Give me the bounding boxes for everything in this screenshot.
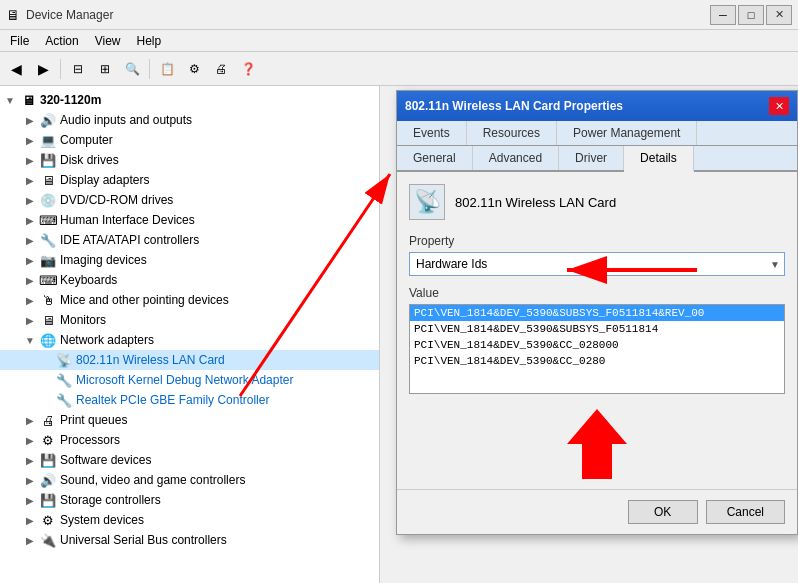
properties-dialog: 802.11n Wireless LAN Card Properties ✕ E… xyxy=(396,90,798,535)
device-name-label: 802.11n Wireless LAN Card xyxy=(455,195,616,210)
value-item-0[interactable]: PCI\VEN_1814&DEV_5390&SUBSYS_F0511814&RE… xyxy=(410,305,784,321)
tab-power[interactable]: Power Management xyxy=(557,121,697,145)
value-label: Value xyxy=(409,286,785,300)
collapse-button[interactable]: ⊟ xyxy=(66,57,90,81)
svg-marker-4 xyxy=(567,409,627,479)
expand-button[interactable]: ⊞ xyxy=(93,57,117,81)
device-header: 📡 802.11n Wireless LAN Card xyxy=(409,184,785,220)
menu-view[interactable]: View xyxy=(89,32,127,50)
dialog-tabs-row2: General Advanced Driver Details xyxy=(397,146,797,172)
tab-general[interactable]: General xyxy=(397,146,473,170)
print-button[interactable]: 🖨 xyxy=(209,57,233,81)
minimize-button[interactable]: ─ xyxy=(710,5,736,25)
up-arrow-annotation xyxy=(409,404,785,484)
menu-file[interactable]: File xyxy=(4,32,35,50)
help-button[interactable]: ❓ xyxy=(236,57,260,81)
cancel-button[interactable]: Cancel xyxy=(706,500,785,524)
forward-button[interactable]: ▶ xyxy=(31,57,55,81)
maximize-button[interactable]: □ xyxy=(738,5,764,25)
value-item-2[interactable]: PCI\VEN_1814&DEV_5390&CC_028000 xyxy=(410,337,784,353)
menu-bar: File Action View Help xyxy=(0,30,798,52)
dialog-tabs-row1: Events Resources Power Management xyxy=(397,121,797,146)
device-icon: 📡 xyxy=(409,184,445,220)
dialog-titlebar: 802.11n Wireless LAN Card Properties ✕ xyxy=(397,91,797,121)
value-section: Value PCI\VEN_1814&DEV_5390&SUBSYS_F0511… xyxy=(409,286,785,394)
tab-advanced[interactable]: Advanced xyxy=(473,146,559,170)
dialog-footer: OK Cancel xyxy=(397,489,797,534)
back-button[interactable]: ◀ xyxy=(4,57,28,81)
tab-events[interactable]: Events xyxy=(397,121,467,145)
property-dropdown[interactable]: Hardware Ids xyxy=(410,253,784,275)
menu-action[interactable]: Action xyxy=(39,32,84,50)
property-section: Property Hardware Ids ▼ xyxy=(409,234,785,276)
tab-driver[interactable]: Driver xyxy=(559,146,624,170)
window-title: Device Manager xyxy=(26,8,113,22)
menu-help[interactable]: Help xyxy=(131,32,168,50)
settings-button[interactable]: ⚙ xyxy=(182,57,206,81)
window-icon: 🖥 xyxy=(6,7,20,23)
value-item-1[interactable]: PCI\VEN_1814&DEV_5390&SUBSYS_F0511814 xyxy=(410,321,784,337)
properties-button[interactable]: 📋 xyxy=(155,57,179,81)
tab-details[interactable]: Details xyxy=(624,146,694,172)
window-titlebar: 🖥 Device Manager ─ □ ✕ xyxy=(0,0,798,30)
property-label: Property xyxy=(409,234,785,248)
dialog-overlay: 802.11n Wireless LAN Card Properties ✕ E… xyxy=(0,86,798,583)
close-button[interactable]: ✕ xyxy=(766,5,792,25)
tab-resources[interactable]: Resources xyxy=(467,121,557,145)
value-list: PCI\VEN_1814&DEV_5390&SUBSYS_F0511814&RE… xyxy=(409,304,785,394)
toolbar: ◀ ▶ ⊟ ⊞ 🔍 📋 ⚙ 🖨 ❓ xyxy=(0,52,798,86)
value-item-3[interactable]: PCI\VEN_1814&DEV_5390&CC_0280 xyxy=(410,353,784,369)
dialog-title: 802.11n Wireless LAN Card Properties xyxy=(405,99,623,113)
main-content: ▼ 🖥 320-1120m ▶ 🔊 Audio inputs and outpu… xyxy=(0,86,798,583)
scan-button[interactable]: 🔍 xyxy=(120,57,144,81)
ok-button[interactable]: OK xyxy=(628,500,698,524)
property-select-wrapper[interactable]: Hardware Ids ▼ xyxy=(409,252,785,276)
dialog-close-button[interactable]: ✕ xyxy=(769,97,789,115)
dialog-body: 📡 802.11n Wireless LAN Card Property Har… xyxy=(397,172,797,496)
